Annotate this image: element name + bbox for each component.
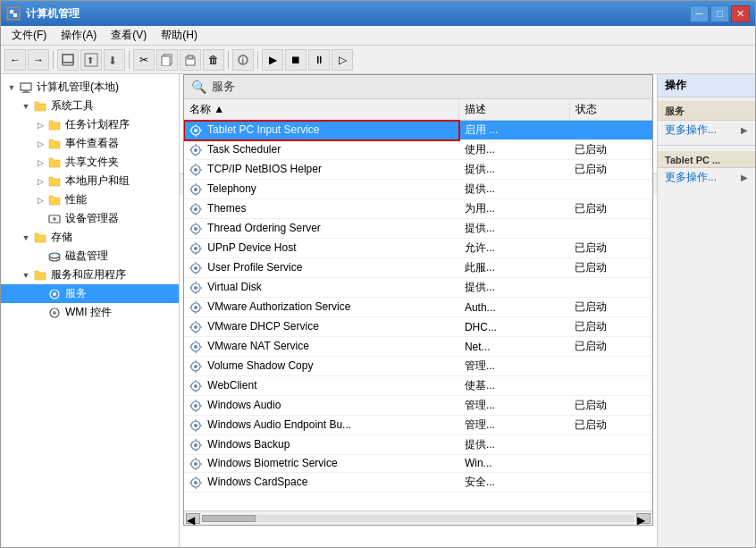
sidebar-item-local-users[interactable]: ▷ 本地用户和组 [1, 172, 179, 190]
minimize-button[interactable]: ─ [690, 5, 709, 22]
table-row[interactable]: Volume Shadow Copy 管理... [184, 357, 652, 376]
svg-point-116 [194, 424, 197, 427]
sidebar-item-system-tools[interactable]: ▼ 系统工具 [1, 97, 179, 115]
pause-service-button[interactable]: ⏸ [308, 49, 330, 71]
table-row[interactable]: User Profile Service 此服... 已启动 [184, 258, 652, 278]
services-label: 服务 [65, 286, 87, 301]
table-row[interactable]: Tablet PC Input Service 启用 ... [184, 121, 652, 140]
table-row[interactable]: Task Scheduler 使用... 已启动 [184, 140, 652, 160]
services-table: 名称 ▲ 描述 状态 Tablet [184, 99, 652, 493]
shared-folders-label: 共享文件夹 [65, 155, 119, 170]
menu-view[interactable]: 查看(V) [104, 26, 154, 45]
table-row[interactable]: VMware NAT Service Net... 已启动 [184, 337, 652, 357]
svg-point-24 [53, 311, 56, 315]
paste-button[interactable] [180, 49, 201, 71]
sidebar-item-wmi[interactable]: WMI 控件 [1, 303, 179, 322]
up-button[interactable] [57, 49, 79, 71]
horizontal-scrollbar[interactable]: ◀ ▶ [184, 510, 652, 525]
table-row[interactable]: Themes 为用... 已启动 [184, 199, 652, 219]
back-button[interactable]: ← [4, 49, 26, 71]
device-manager-label: 设备管理器 [65, 211, 119, 226]
table-row[interactable]: Windows Biometric Service Win... [184, 455, 652, 473]
sidebar-item-event-viewer[interactable]: ▷ 事件查看器 [1, 134, 179, 153]
local-users-label: 本地用户和组 [65, 173, 130, 189]
table-row[interactable]: Windows CardSpace 安全... [184, 472, 652, 492]
scroll-thumb[interactable] [202, 515, 256, 522]
delete-button[interactable]: 🗑 [203, 49, 224, 71]
services-table-wrap[interactable]: 名称 ▲ 描述 状态 Tablet [184, 99, 652, 510]
svg-rect-15 [23, 90, 29, 92]
wmi-icon [47, 306, 62, 320]
svg-point-92 [194, 345, 197, 349]
right-panel-tablet-label: Tablet PC ... [658, 151, 755, 168]
maximize-button[interactable]: □ [710, 5, 729, 22]
sidebar-item-disk-management[interactable]: 磁盘管理 [1, 247, 179, 266]
start-service-button[interactable]: ▶ [262, 49, 283, 71]
menu-file[interactable]: 文件(F) [4, 26, 54, 45]
sidebar-item-device-manager[interactable]: 设备管理器 [1, 209, 179, 228]
svg-point-20 [49, 253, 60, 258]
svg-point-62 [194, 247, 197, 250]
close-button[interactable]: ✕ [731, 5, 750, 22]
sidebar-item-storage[interactable]: ▼ 存储 [1, 228, 179, 247]
scroll-track[interactable] [202, 515, 634, 522]
forward-button[interactable]: → [28, 49, 49, 71]
svg-rect-1 [10, 10, 13, 13]
refresh-button[interactable]: ⬆ [80, 49, 102, 71]
storage-expand[interactable]: ▼ [19, 231, 33, 245]
sidebar-item-services[interactable]: 服务 [1, 284, 179, 303]
svg-rect-4 [63, 63, 73, 65]
sidebar-item-services-apps[interactable]: ▼ 服务和应用程序 [1, 266, 179, 284]
table-row[interactable]: Virtual Disk 提供... [184, 278, 652, 298]
shared-expand[interactable]: ▷ [33, 156, 47, 170]
table-row[interactable]: WebClient 使基... [184, 376, 652, 396]
copy-button[interactable] [156, 49, 178, 71]
arrow-icon-1: ▶ [741, 125, 748, 135]
root-expand-icon[interactable]: ▼ [4, 80, 19, 95]
properties-button[interactable]: i [232, 49, 254, 71]
restart-service-button[interactable]: ▷ [332, 49, 353, 71]
wmi-label: WMI 控件 [65, 305, 112, 320]
right-panel-more-actions-1[interactable]: 更多操作... ▶ [658, 121, 755, 139]
svg-point-22 [53, 292, 56, 296]
users-expand[interactable]: ▷ [33, 174, 47, 189]
scroll-left-btn[interactable]: ◀ [186, 513, 200, 524]
task-scheduler-expand[interactable]: ▷ [33, 118, 47, 132]
table-row[interactable]: Windows Backup 提供... [184, 435, 652, 455]
window-title: 计算机管理 [26, 6, 690, 21]
perf-expand[interactable]: ▷ [33, 193, 47, 207]
menu-action[interactable]: 操作(A) [54, 26, 104, 45]
device-icon [47, 212, 62, 226]
sidebar-item-performance[interactable]: ▷ 性能 [1, 190, 179, 209]
center-panel: Tablet PC Input Service 启动此服务 描述: 启用 Tab… [180, 74, 657, 547]
sidebar-root[interactable]: ▼ 计算机管理(本地) [1, 78, 179, 97]
sidebar-item-task-scheduler[interactable]: ▷ 任务计划程序 [1, 115, 179, 134]
menu-help[interactable]: 帮助(H) [154, 26, 205, 45]
storage-icon [33, 231, 47, 245]
main-content: ▼ 计算机管理(本地) ▼ 系统工具 ▷ 任务计划程序 [1, 74, 755, 547]
task-folder-icon [47, 118, 62, 132]
sidebar-item-shared-folders[interactable]: ▷ 共享文件夹 [1, 153, 179, 172]
toolbar-btn-3[interactable]: ⬇ [104, 49, 125, 71]
table-row[interactable]: Thread Ordering Server 提供... [184, 219, 652, 239]
stop-service-button[interactable]: ⏹ [285, 49, 307, 71]
system-tools-expand[interactable]: ▼ [19, 99, 33, 114]
window-icon [6, 6, 21, 21]
right-panel-section-2: Tablet PC ... 更多操作... ▶ [658, 148, 755, 190]
services-icon [47, 287, 62, 301]
svg-point-122 [194, 443, 197, 447]
table-row[interactable]: VMware DHCP Service DHC... 已启动 [184, 317, 652, 337]
right-panel-more-actions-2[interactable]: 更多操作... ▶ [658, 168, 755, 187]
table-row[interactable]: Windows Audio 管理... 已启动 [184, 396, 652, 416]
table-row[interactable]: UPnP Device Host 允许... 已启动 [184, 239, 652, 258]
scroll-right-btn[interactable]: ▶ [636, 513, 651, 524]
table-row[interactable]: TCP/IP NetBIOS Helper 提供... 已启动 [184, 160, 652, 180]
cut-button[interactable]: ✂ [133, 49, 155, 71]
svg-text:i: i [242, 55, 245, 64]
table-row[interactable]: Telephony 提供... [184, 180, 652, 199]
table-row[interactable]: VMware Authorization Service Auth... 已启动 [184, 298, 652, 317]
event-expand[interactable]: ▷ [33, 137, 47, 151]
svcapps-expand[interactable]: ▼ [19, 268, 33, 282]
svg-point-68 [194, 266, 197, 270]
table-row[interactable]: Windows Audio Endpoint Bu... 管理... 已启动 [184, 416, 652, 435]
